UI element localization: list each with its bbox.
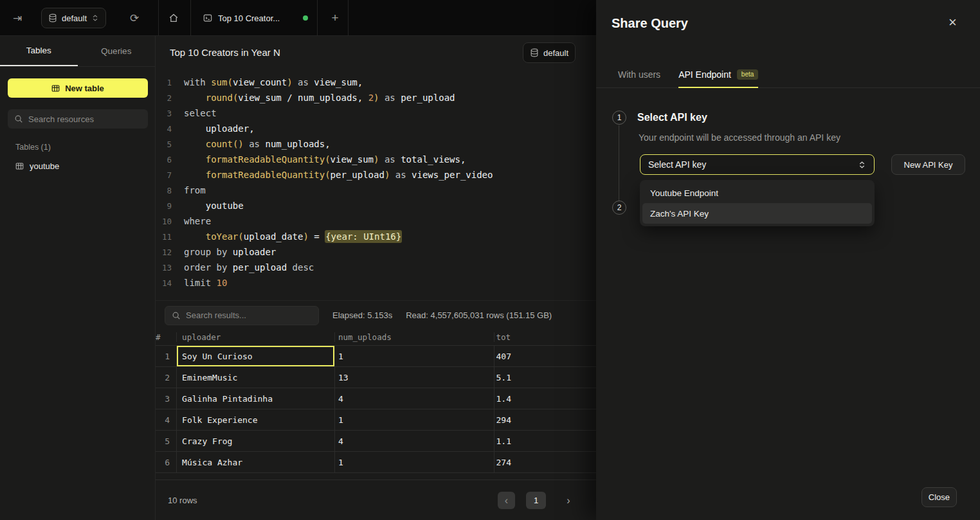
code-line[interactable]: 7 formatReadableQuantity(per_upload) as …: [156, 167, 596, 183]
divider: [348, 0, 349, 36]
code-line[interactable]: 3select: [156, 105, 596, 121]
search-resources-input[interactable]: Search resources: [8, 109, 148, 129]
total-views-cell[interactable]: 5.1: [495, 367, 597, 388]
column-header-uploader[interactable]: uploader: [177, 332, 335, 342]
total-views-cell[interactable]: 294: [495, 409, 597, 430]
uploader-cell[interactable]: EminemMusic: [177, 367, 335, 388]
query-tab-label: Top 10 Creator...: [218, 13, 280, 23]
row-index: 2: [156, 367, 177, 388]
total-views-cell[interactable]: 1.1: [495, 431, 597, 451]
query-tab[interactable]: Top 10 Creator...: [190, 0, 317, 36]
previous-page-button[interactable]: ‹: [498, 492, 515, 509]
next-page-button[interactable]: ›: [562, 492, 575, 509]
code-text: formatReadableQuantity(per_upload) as vi…: [172, 167, 493, 183]
search-icon: [14, 114, 23, 123]
column-header-index[interactable]: #: [156, 332, 177, 342]
read-stat: Read: 4,557,605,031 rows (151.15 GB): [406, 310, 552, 320]
uploader-cell[interactable]: Galinha Pintadinha: [177, 388, 335, 409]
new-api-key-button[interactable]: New API Key: [891, 154, 965, 175]
uploader-cell[interactable]: Soy Un Curioso: [177, 346, 335, 366]
code-line[interactable]: 1with sum(view_count) as view_sum,: [156, 75, 596, 90]
code-line[interactable]: 5 count() as num_uploads,: [156, 136, 596, 152]
close-icon[interactable]: ×: [948, 14, 957, 31]
column-header-total-views[interactable]: tot: [495, 332, 597, 342]
code-line[interactable]: 14limit 10: [156, 275, 596, 291]
code-text: from: [172, 183, 206, 198]
total-views-cell[interactable]: 1.4: [495, 388, 597, 409]
line-number: 8: [156, 186, 172, 195]
table-row: 3Galinha Pintadinha41.4: [156, 388, 596, 409]
total-views-cell[interactable]: 274: [495, 452, 597, 472]
num-uploads-cell[interactable]: 1: [335, 346, 495, 366]
new-table-button[interactable]: New table: [8, 78, 148, 98]
query-database-selector[interactable]: default: [523, 42, 576, 63]
current-page-button[interactable]: 1: [526, 492, 546, 509]
results-table-header: # uploader num_uploads tot: [156, 328, 596, 346]
step-2-indicator: 2: [612, 201, 626, 215]
refresh-icon: ⟳: [130, 12, 139, 25]
query-icon: [203, 13, 212, 22]
code-line[interactable]: 8from: [156, 183, 596, 198]
code-line[interactable]: 4 uploader,: [156, 121, 596, 136]
query-title: Top 10 Creators in Year N: [170, 47, 280, 58]
api-key-select[interactable]: Select API key: [640, 154, 875, 175]
search-icon: [172, 311, 181, 320]
line-number: 5: [156, 139, 172, 149]
collapse-sidebar-button[interactable]: ⇥: [13, 0, 22, 36]
api-key-option[interactable]: Zach's API Key: [642, 203, 872, 224]
num-uploads-cell[interactable]: 1: [335, 409, 495, 430]
tables-section-label: Tables (1): [15, 143, 155, 152]
tab-tables[interactable]: Tables: [0, 36, 78, 66]
code-text: uploader,: [172, 121, 255, 136]
code-line[interactable]: 6 formatReadableQuantity(view_sum) as to…: [156, 152, 596, 167]
step-1-indicator: 1: [612, 111, 626, 125]
code-text: group by uploader: [172, 244, 276, 260]
new-tab-button[interactable]: +: [325, 0, 345, 36]
sql-editor[interactable]: 1with sum(view_count) as view_sum,2 roun…: [156, 75, 596, 291]
tab-with-users[interactable]: With users: [618, 62, 660, 87]
results-table-body: 1Soy Un Curioso14072EminemMusic135.13Gal…: [156, 346, 596, 473]
code-line[interactable]: 12group by uploader: [156, 244, 596, 260]
total-views-cell[interactable]: 407: [495, 346, 597, 366]
table-row: 5Crazy Frog41.1: [156, 431, 596, 452]
close-button[interactable]: Close: [921, 487, 957, 507]
num-uploads-cell[interactable]: 4: [335, 388, 495, 409]
uploader-cell[interactable]: Folk Experience: [177, 409, 335, 430]
line-number: 11: [156, 232, 172, 242]
tab-api-endpoint[interactable]: API Endpoint beta: [678, 62, 758, 88]
code-line[interactable]: 11 toYear(upload_date) = {year: UInt16}: [156, 229, 596, 244]
sidebar-table-item[interactable]: youtube: [0, 157, 155, 175]
uploader-cell[interactable]: Crazy Frog: [177, 431, 335, 451]
collapse-sidebar-icon: ⇥: [13, 12, 22, 25]
home-button[interactable]: [163, 0, 184, 36]
column-header-num-uploads[interactable]: num_uploads: [335, 332, 495, 342]
code-line[interactable]: 2 round(view_sum / num_uploads, 2) as pe…: [156, 90, 596, 105]
code-line[interactable]: 10where: [156, 213, 596, 229]
tab-queries[interactable]: Queries: [78, 36, 156, 66]
refresh-button[interactable]: ⟳: [130, 0, 139, 36]
num-uploads-cell[interactable]: 13: [335, 367, 495, 388]
database-selector[interactable]: default: [41, 8, 106, 28]
row-index: 3: [156, 388, 177, 409]
new-table-label: New table: [65, 84, 104, 93]
num-uploads-cell[interactable]: 4: [335, 431, 495, 451]
search-results-input[interactable]: Search results...: [165, 306, 319, 325]
uploader-cell[interactable]: Música Azhar: [177, 452, 335, 472]
results-toolbar: Search results... Elapsed: 5.153s Read: …: [156, 300, 596, 330]
code-line[interactable]: 9 youtube: [156, 198, 596, 213]
code-line[interactable]: 13order by per_upload desc: [156, 260, 596, 275]
row-index: 5: [156, 431, 177, 451]
table-icon: [51, 84, 60, 93]
database-icon: [530, 48, 539, 57]
line-number: 6: [156, 155, 172, 165]
elapsed-stat: Elapsed: 5.153s: [332, 310, 392, 320]
row-index: 1: [156, 346, 177, 366]
api-key-dropdown-menu: Youtube EndpointZach's API Key: [640, 180, 875, 226]
line-number: 7: [156, 170, 172, 180]
row-index: 4: [156, 409, 177, 430]
tab-api-endpoint-label: API Endpoint: [678, 69, 731, 80]
num-uploads-cell[interactable]: 1: [335, 452, 495, 472]
beta-badge: beta: [737, 69, 758, 80]
api-key-option[interactable]: Youtube Endpoint: [642, 183, 872, 203]
sidebar-tabs: Tables Queries: [0, 36, 155, 67]
